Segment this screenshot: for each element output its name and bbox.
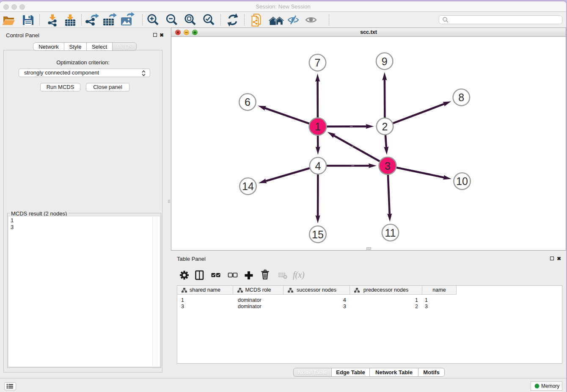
svg-text:1: 1	[315, 121, 321, 133]
svg-text:6: 6	[245, 96, 250, 108]
svg-text:8: 8	[458, 91, 464, 103]
svg-text:9: 9	[382, 55, 388, 67]
svg-text:f(x): f(x)	[293, 270, 305, 280]
svg-text:3: 3	[385, 160, 391, 172]
svg-text:2: 2	[382, 121, 388, 133]
svg-text:4: 4	[315, 160, 321, 172]
svg-text:10: 10	[456, 175, 468, 187]
svg-text:14: 14	[242, 180, 254, 192]
svg-text:15: 15	[312, 229, 324, 240]
svg-text:7: 7	[315, 57, 321, 69]
svg-text:11: 11	[385, 227, 396, 239]
